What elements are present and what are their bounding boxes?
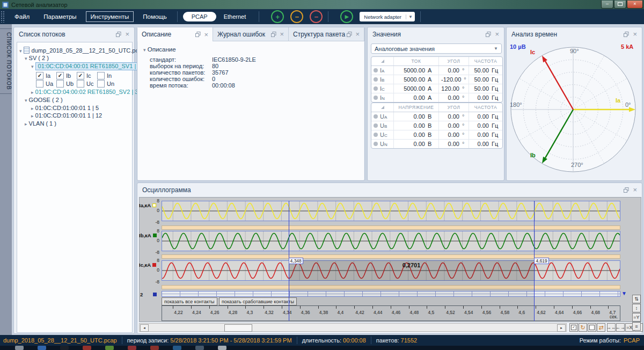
sort-icon[interactable] [381,60,384,63]
ic-color-swatch-icon[interactable] [152,263,156,267]
float-panel-icon[interactable] [347,32,352,37]
tab-error-log[interactable]: Журнал ошибок × [213,27,289,41]
menu-parameters[interactable]: Параметры [39,11,81,22]
table-row-un[interactable]: UN 0.00В 0.00° 0.00Гц [371,140,502,148]
table-row-ib[interactable]: IB 5000.00A -120.00° 50.00Гц [371,75,502,84]
checkbox-ia[interactable]: ✓Ia [36,72,50,79]
close-panel-icon[interactable]: × [125,31,129,38]
close-tab-icon[interactable]: × [204,31,208,38]
table-row-ub[interactable]: UB 0.00В 0.00° 0.00Гц [371,121,502,130]
move-mode-button[interactable]: ⇄ [597,323,605,332]
sort-icon[interactable] [381,106,384,109]
packets-label: пакетов: [376,337,399,344]
stretch-y-button[interactable]: ↕ [632,304,641,312]
taskbar-icon[interactable] [218,346,226,350]
track-option-checkbox[interactable] [588,323,596,332]
minimize-button[interactable]: – [601,1,613,9]
refresh-button[interactable]: ↻ [579,323,587,332]
table-row-ic[interactable]: IC 5000.00A 120.00° 50.00Гц [371,84,502,93]
tab-description[interactable]: Описание × [137,27,213,41]
taskbar-icon[interactable] [105,346,114,350]
taskbar-icon[interactable] [128,346,136,350]
scrollbar-thumb[interactable] [224,324,252,332]
auto-refresh-checkbox[interactable]: ✓ [569,323,578,332]
menu-file[interactable]: Файл [10,11,34,22]
expand-icon[interactable]: ▸ [31,106,34,111]
pcap-mode-button[interactable]: PCAP [183,12,216,21]
tab-packet-structure[interactable]: Структура пакета × [289,27,364,41]
show-all-contacts-button[interactable]: показать все контакты [162,297,217,305]
collapse-icon[interactable]: ▾ [25,56,27,61]
tree-item-pcap-file[interactable]: ▾ dump_2018_05_28__12_21_50_UTC.pcap [19,47,145,55]
float-panel-icon[interactable] [195,32,201,37]
remove-button[interactable]: − [290,10,303,23]
taskbar-icon[interactable] [15,346,24,350]
tree-item-sv2-stream[interactable]: ▸ 01:0C:CD:04:00:02 RET61850_SV2 | 35768 [31,89,151,97]
checkbox-ua[interactable]: Ua [36,80,53,88]
collapse-icon[interactable]: ▾ [19,48,22,54]
taskbar-icon[interactable] [173,346,181,350]
menu-tools[interactable]: Инструменты [86,11,134,22]
y-menu-button[interactable]: ≡ [632,322,641,331]
tree-item-vlan-group[interactable]: ▸ VLAN ( 1 ) [25,120,56,128]
zoom-in-x-button[interactable]: →← [607,323,616,332]
delete-button[interactable]: − [310,10,323,23]
compress-y-button[interactable]: ⇅ [632,295,641,303]
tree-item-goose-group[interactable]: ▾ GOOSE ( 2 ) [25,97,63,105]
description-section-header[interactable]: ▾ Описание [143,46,176,53]
collapse-icon[interactable]: ▾ [143,47,146,53]
tree-item-goose2[interactable]: ▸ 01:0C:CD:01:00:01 1 | 12 [31,112,102,120]
close-panel-icon[interactable]: × [633,31,637,38]
show-triggered-contacts-button[interactable]: показать сработавшие контакты [219,297,297,305]
checkbox-in[interactable]: In [97,72,112,79]
network-adapter-select[interactable]: Network adapter ▼ [360,12,415,21]
ethernet-mode-button[interactable]: Ethernet [216,13,254,20]
taskbar-icon[interactable] [150,346,159,350]
taskbar-icon[interactable] [83,346,91,350]
taskbar-icon[interactable] [60,346,69,350]
expand-icon[interactable]: ▸ [31,113,34,119]
float-panel-icon[interactable] [486,32,491,37]
table-row-uc[interactable]: UC 0.00В 0.00° 0.00Гц [371,130,502,140]
zoom-out-x-button[interactable]: ←→ [616,323,625,332]
ib-color-swatch-icon[interactable] [153,234,157,237]
collapse-icon[interactable]: ▾ [25,98,27,103]
close-button[interactable]: × [627,1,643,9]
values-type-select[interactable]: Аналоговые значения ▼ [371,43,502,54]
checkbox-ic[interactable]: ✓Ic [77,72,91,79]
tree-item-goose1[interactable]: ▸ 01:0C:CD:01:00:01 1 | 5 [31,105,99,113]
close-tab-icon[interactable]: × [280,31,284,38]
tree-item-sv-group[interactable]: ▾ SV ( 2 ) [25,55,49,63]
taskbar-icon[interactable] [195,346,204,350]
close-panel-icon[interactable]: × [495,31,499,38]
menu-help[interactable]: Помощь [138,11,171,22]
taskbar-icon[interactable] [38,346,46,350]
scroll-left-icon[interactable]: ◂ [140,324,149,332]
streams-dock-tab[interactable]: СПИСОК ПОТОКОВ [0,28,12,94]
close-panel-icon[interactable]: × [633,186,637,193]
checkbox-uc[interactable]: Uc [77,80,93,88]
digital-color-swatch-icon[interactable] [153,293,157,296]
checkbox-ub[interactable]: Ub [56,80,74,88]
collapse-icon[interactable]: ▾ [31,64,34,69]
table-row-ua[interactable]: UA 0.00В 0.00° 0.00Гц [371,112,502,121]
horizontal-scrollbar[interactable]: ◂ ▸ [139,323,567,332]
float-panel-icon[interactable] [116,32,121,37]
checkbox-ib[interactable]: ✓Ib [56,72,71,79]
close-tab-icon[interactable]: × [355,31,360,38]
float-panel-icon[interactable] [624,187,629,193]
expand-icon[interactable]: ▸ [25,121,27,127]
expand-icon[interactable]: ▸ [31,90,34,95]
float-panel-icon[interactable] [624,32,629,37]
ia-color-swatch-icon[interactable] [152,203,156,207]
table-row-in[interactable]: IN 0.00A 0.00° 0.00Гц [371,93,502,102]
float-panel-icon[interactable] [271,32,276,37]
maximize-button[interactable] [614,1,626,9]
start-capture-button[interactable]: ▶ [340,10,353,23]
table-row-ia[interactable]: IA 5000.00A 0.00° 50.00Гц [371,66,502,75]
scroll-right-icon[interactable]: ▸ [557,324,566,332]
fit-y-button[interactable]: =Y [632,313,641,322]
add-button[interactable]: + [271,10,284,23]
digital-dropdown-icon[interactable]: ▼ [621,290,627,296]
checkbox-un[interactable]: Un [97,80,114,88]
